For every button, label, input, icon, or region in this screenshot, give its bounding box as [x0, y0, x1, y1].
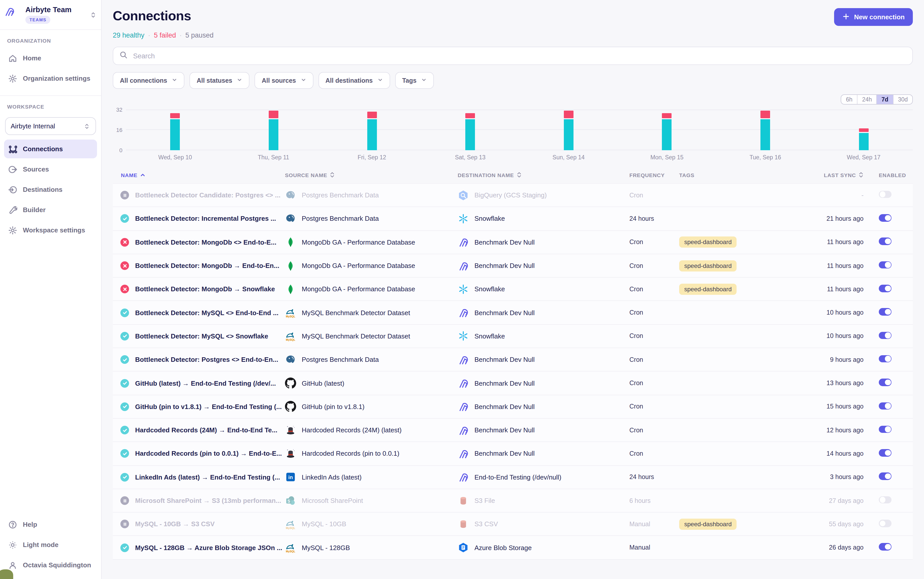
enabled-toggle[interactable]: [879, 191, 891, 198]
connection-row[interactable]: LinkedIn Ads (latest) → End-to-End Testi…: [113, 466, 913, 489]
sidebar-item-help[interactable]: Help: [4, 515, 97, 534]
chart-bar-wed-sep-17[interactable]: [814, 110, 913, 150]
enabled-toggle[interactable]: [879, 426, 891, 433]
y-tick-label: 0: [119, 147, 122, 153]
enabled-toggle[interactable]: [879, 285, 891, 292]
connection-row[interactable]: MySQL - 128GB → Azure Blob Storage JSOn …: [113, 536, 913, 560]
chart-bar-fri-sep-12[interactable]: [323, 110, 421, 150]
filter-all-connections[interactable]: All connections: [113, 72, 184, 89]
x-tick-label: Sun, Sep 14: [519, 154, 618, 160]
enabled-toggle[interactable]: [879, 332, 891, 339]
chart-bar-sun-sep-14[interactable]: [519, 110, 618, 150]
connection-row[interactable]: MySQL - 10GB → S3 CSV MySQLMySQL - 10GB …: [113, 512, 913, 536]
sidebar-item-workspace-settings[interactable]: Workspace settings: [4, 221, 97, 239]
last-sync: 14 hours ago: [817, 450, 867, 457]
filter-all-sources[interactable]: All sources: [255, 72, 313, 89]
page-title: Connections: [113, 8, 191, 24]
connection-row[interactable]: Bottleneck Detector: Postgres <> End-to-…: [113, 348, 913, 372]
svg-text:MySQL: MySQL: [286, 527, 295, 530]
column-header-last-sync[interactable]: LAST SYNC: [817, 172, 867, 178]
enabled-toggle[interactable]: [879, 543, 891, 551]
x-tick-label: Mon, Sep 15: [618, 154, 716, 160]
destination-name: Benchmark Dev Null: [474, 379, 535, 387]
success-bar-segment: [171, 119, 180, 150]
enabled-toggle[interactable]: [879, 261, 891, 269]
chevron-updown-icon: [89, 11, 97, 18]
sidebar-item-connections[interactable]: Connections: [4, 139, 97, 158]
enabled-toggle[interactable]: [879, 238, 891, 245]
chart-bar-sat-sep-13[interactable]: [421, 110, 519, 150]
sidebar-item-home[interactable]: Home: [4, 49, 97, 67]
chart-bar-wed-sep-10[interactable]: [126, 110, 224, 150]
status-success-icon: [120, 449, 129, 458]
sidebar-item-sources[interactable]: Sources: [4, 160, 97, 178]
tag-chip[interactable]: speed-dashboard: [679, 237, 737, 248]
connection-row[interactable]: Bottleneck Detector: MongoDb → End-to-En…: [113, 254, 913, 278]
sidebar-item-organization-settings[interactable]: Organization settings: [4, 69, 97, 88]
snowflake-icon: [458, 284, 469, 295]
tag-chip[interactable]: speed-dashboard: [679, 518, 737, 530]
column-header-destination-name[interactable]: DESTINATION NAME: [458, 172, 629, 178]
success-bar-segment: [367, 119, 377, 150]
filter-all-statuses[interactable]: All statuses: [189, 72, 249, 89]
time-range-30d[interactable]: 30d: [893, 95, 913, 104]
enabled-toggle[interactable]: [879, 214, 891, 221]
connection-row[interactable]: Microsoft SharePoint → S3 (13mb performa…: [113, 489, 913, 513]
search-input[interactable]: [132, 52, 906, 60]
enabled-toggle[interactable]: [879, 496, 891, 504]
enabled-toggle[interactable]: [879, 520, 891, 527]
connection-row[interactable]: Bottleneck Detector Candidate: Postgres …: [113, 184, 913, 207]
sidebar-item-light-mode[interactable]: Light mode: [4, 535, 97, 554]
column-header-source-name[interactable]: SOURCE NAME: [285, 172, 458, 178]
source-name: LinkedIn Ads (latest): [302, 473, 362, 481]
enabled-toggle[interactable]: [879, 449, 891, 456]
sidebar-item-octavia-squiddington[interactable]: Octavia Squiddington: [4, 556, 97, 574]
connection-name: Bottleneck Detector: MongoDb → Snowflake: [135, 285, 285, 293]
time-range-7d[interactable]: 7d: [876, 95, 893, 104]
frequency: Cron: [629, 379, 679, 387]
organization-switcher[interactable]: Airbyte Team TEAMS: [0, 0, 101, 29]
sharepoint-icon: S: [285, 495, 296, 506]
enabled-toggle[interactable]: [879, 379, 891, 386]
connection-row[interactable]: Bottleneck Detector: Incremental Postgre…: [113, 207, 913, 231]
connection-row[interactable]: Bottleneck Detector: MongoDb → Snowflake…: [113, 278, 913, 301]
column-header-name[interactable]: NAME: [113, 172, 285, 178]
enabled-toggle[interactable]: [879, 402, 891, 409]
filter-tags[interactable]: Tags: [395, 72, 434, 89]
connections-icon: [8, 144, 17, 154]
home-icon: [8, 54, 17, 63]
enabled-toggle[interactable]: [879, 308, 891, 316]
connection-row[interactable]: GitHub (pin to v1.8.1) → End-to-End Test…: [113, 395, 913, 419]
chart-x-axis: Wed, Sep 10Thu, Sep 11Fri, Sep 12Sat, Se…: [126, 154, 913, 160]
destination-name: Azure Blob Storage: [474, 544, 532, 551]
enabled-toggle[interactable]: [879, 355, 891, 363]
last-sync: 15 hours ago: [817, 403, 867, 410]
source-name: Postgres Benchmark Data: [302, 191, 379, 199]
connection-row[interactable]: Bottleneck Detector: MySQL <> Snowflake …: [113, 325, 913, 348]
tag-chip[interactable]: speed-dashboard: [679, 284, 737, 295]
connection-name: Hardcoded Records (24M) → End-to-End Te.…: [135, 426, 285, 434]
new-connection-button[interactable]: New connection: [834, 8, 913, 26]
chart-bar-thu-sep-11[interactable]: [224, 110, 323, 150]
connection-row[interactable]: GitHub (latest) → End-to-End Testing (/d…: [113, 372, 913, 395]
connection-row[interactable]: Bottleneck Detector: MySQL <> End-to-End…: [113, 301, 913, 325]
time-range-6h[interactable]: 6h: [842, 95, 857, 104]
enabled-toggle[interactable]: [879, 473, 891, 480]
x-tick-label: Sat, Sep 13: [421, 154, 519, 160]
workspace-selector[interactable]: Airbyte Internal: [5, 117, 96, 135]
sidebar-item-builder[interactable]: Builder: [4, 200, 97, 219]
connection-row[interactable]: Bottleneck Detector: MongoDb <> End-to-E…: [113, 231, 913, 254]
snowflake-icon: [458, 330, 469, 342]
chart-bar-mon-sep-15[interactable]: [618, 110, 716, 150]
filter-all-destinations[interactable]: All destinations: [318, 72, 390, 89]
connection-row[interactable]: Hardcoded Records (24M) → End-to-End Te.…: [113, 419, 913, 442]
connection-name: Bottleneck Detector: MongoDb → End-to-En…: [135, 262, 285, 270]
frequency: Cron: [629, 286, 679, 293]
sidebar-item-destinations[interactable]: Destinations: [4, 180, 97, 199]
octavia-mascot: [0, 569, 13, 579]
time-range-24h[interactable]: 24h: [857, 95, 876, 104]
status-failed-icon: [120, 261, 129, 270]
tag-chip[interactable]: speed-dashboard: [679, 260, 737, 271]
connection-row[interactable]: Hardcoded Records (pin to 0.0.1) → End-t…: [113, 442, 913, 466]
chart-bar-tue-sep-16[interactable]: [716, 110, 814, 150]
